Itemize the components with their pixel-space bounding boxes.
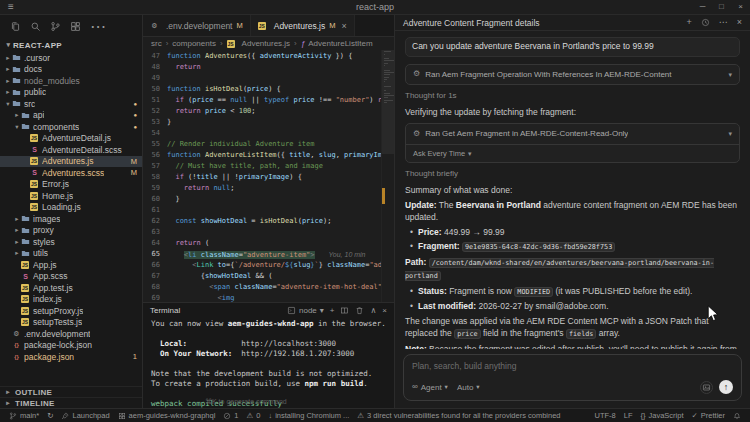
chat-history-button[interactable] — [701, 18, 710, 27]
status-0[interactable]: ⚠0 — [243, 411, 265, 420]
terminal-tab[interactable]: Terminal — [150, 306, 180, 315]
minimize-button[interactable]: ─ — [693, 3, 712, 11]
code-editor[interactable]: 47function Adventures({ adventureActivit… — [143, 50, 381, 302]
tree-item-error-js[interactable]: JSError.js — [0, 179, 142, 191]
breadcrumb-separator-icon: › — [166, 39, 169, 48]
chevron-right-icon: ▸ — [4, 399, 12, 407]
status-launchpad[interactable]: Launchpad — [57, 411, 113, 420]
extensions-icon[interactable] — [70, 21, 81, 32]
code-text: function AdventureListItem({ title, slug… — [167, 150, 381, 161]
maximize-panel-button[interactable]: ∧ — [370, 307, 376, 315]
thought-label[interactable]: Thought briefly — [405, 168, 740, 180]
breadcrumb: src›components›JSAdventures.js›ƒAdventur… — [143, 37, 394, 50]
close-button[interactable]: × — [731, 3, 750, 11]
assistant-paragraph: Path: /content/dam/wknd-shared/en/advent… — [405, 257, 740, 282]
chat-input-field[interactable]: Plan, search, build anything — [412, 361, 733, 371]
tree-item-styles[interactable]: ▸styles — [0, 236, 142, 248]
tree-item-proxy[interactable]: ▸proxy — [0, 225, 142, 237]
tool-call-row[interactable]: ⚙Ran Get Aem Fragment in AEM-RDE-Content… — [406, 124, 739, 144]
search-icon[interactable] — [30, 21, 41, 32]
code-line-50: 50function isHotDeal(price) { — [143, 84, 381, 95]
status-bell-icon[interactable] — [729, 412, 745, 420]
tree-item-docs[interactable]: ▸docs — [0, 64, 142, 76]
tree-item-adventures-scss[interactable]: SAdventures.scssM — [0, 167, 142, 179]
agent-mode-picker[interactable]: ∞ Agent ▾ — [412, 383, 448, 392]
tree-item-package-json[interactable]: {}package.json1 — [0, 351, 142, 363]
status-javascript[interactable]: {}JavaScript — [636, 411, 687, 420]
status-3-direct-vulnerabilities-found-for-all-the-providers-combined[interactable]: ⚠3 direct vulnerabilities found for all … — [353, 411, 564, 420]
grid-icon — [118, 412, 126, 420]
tree-item-adventures-js[interactable]: JSAdventures.jsM — [0, 156, 142, 168]
tree-item-public[interactable]: ▸public — [0, 87, 142, 99]
tree-item-home-js[interactable]: JSHome.js — [0, 190, 142, 202]
ellipsis-icon[interactable]: ⋯ — [90, 19, 106, 35]
breadcrumb-adventures-js[interactable]: JSAdventures.js — [227, 39, 290, 48]
minimap[interactable] — [381, 50, 394, 302]
tool-permission-dropdown[interactable]: Ask Every Time▾ — [406, 144, 739, 163]
tree-item-api[interactable]: ▸api● — [0, 110, 142, 122]
tab-env-development[interactable]: ⚙.env.developmentM — [143, 15, 251, 36]
tree-item-adventuredetail-js[interactable]: JSAdventureDetail.js — [0, 133, 142, 145]
tree-item-loading-js[interactable]: JSLoading.js — [0, 202, 142, 214]
tree-item-setuptests-js[interactable]: JSsetupTests.js — [0, 317, 142, 329]
close-chat-button[interactable]: × — [737, 18, 742, 27]
status-utf-8[interactable]: UTF-8 — [590, 411, 619, 420]
breadcrumb-adventurelistitem[interactable]: ƒAdventureListItem — [301, 39, 373, 48]
status-prettier[interactable]: ✓Prettier — [688, 411, 729, 420]
breadcrumb-components[interactable]: components — [172, 39, 216, 48]
tree-item-app-scss[interactable]: SApp.scss — [0, 271, 142, 283]
minimap-slider[interactable] — [382, 50, 394, 154]
status-1[interactable]: 1 — [219, 411, 242, 420]
new-terminal-button[interactable]: + — [330, 307, 335, 315]
tree-item-components[interactable]: ▾components● — [0, 121, 142, 133]
tree-item-src[interactable]: ▾src● — [0, 98, 142, 110]
status-sync-icon[interactable]: ↻ — [43, 412, 57, 420]
tree-item-utils[interactable]: ▸utils — [0, 248, 142, 260]
menu-icon[interactable]: ≡ — [0, 2, 22, 12]
tree-item-app-test-js[interactable]: JSApp.test.js — [0, 282, 142, 294]
send-button[interactable]: ↑ — [719, 380, 733, 394]
close-panel-button[interactable]: × — [382, 307, 387, 315]
thought-label[interactable]: Thought for 1s — [405, 90, 740, 102]
tree-item-setupproxy-js[interactable]: JSsetupProxy.js — [0, 305, 142, 317]
tab-adventures-js[interactable]: JSAdventures.jsM× — [251, 15, 355, 36]
tree-item-cursor[interactable]: ▸.cursor — [0, 52, 142, 64]
timeline-section[interactable]: ▸ TIMELINE — [0, 397, 142, 408]
status-label: aem-guides-wknd-graphql — [129, 411, 216, 420]
maximize-button[interactable]: □ — [712, 3, 731, 11]
status-label: 3 direct vulnerabilities found for all t… — [367, 411, 560, 420]
tree-item-index-js[interactable]: JSindex.js — [0, 294, 142, 306]
status-main[interactable]: main* — [5, 411, 43, 420]
tree-item-adventuredetail-scss[interactable]: SAdventureDetail.scss — [0, 144, 142, 156]
chat-more-button[interactable]: ⋯ — [719, 18, 728, 27]
tree-item-images[interactable]: ▸images — [0, 213, 142, 225]
outline-section[interactable]: ▸ OUTLINE — [0, 386, 142, 397]
file-label: api — [33, 110, 44, 120]
close-tab-icon[interactable]: × — [341, 21, 346, 31]
js-file-icon: JS — [30, 203, 38, 211]
tree-item-package-lock-json[interactable]: {}package-lock.json — [0, 340, 142, 352]
model-picker[interactable]: Auto ▾ — [457, 383, 480, 392]
breadcrumb-src[interactable]: src — [151, 39, 162, 48]
tree-item-app-js[interactable]: JSApp.js — [0, 259, 142, 271]
status-installing-chromium[interactable]: ↓installing Chromium ... — [264, 411, 353, 420]
attach-image-button[interactable] — [700, 381, 713, 394]
terminal-shell-picker[interactable]: node ▾ — [287, 306, 324, 315]
line-number: 59 — [143, 183, 167, 194]
status-aem-guides-wknd-graphql[interactable]: aem-guides-wknd-graphql — [114, 411, 220, 420]
tree-item-node-modules[interactable]: ▸node_modules — [0, 75, 142, 87]
new-chat-button[interactable]: + — [686, 18, 691, 27]
status-lf[interactable]: LF — [620, 411, 637, 420]
kill-terminal-button[interactable] — [355, 306, 364, 315]
source-control-icon[interactable] — [50, 21, 61, 32]
tree-item-env-development[interactable]: ⚙.env.development — [0, 328, 142, 340]
terminal-output[interactable]: You can now view aem-guides-wknd-app in … — [143, 318, 394, 408]
split-terminal-button[interactable] — [340, 306, 349, 315]
chat-input-box[interactable]: Plan, search, build anything ∞ Agent ▾ A… — [403, 354, 742, 401]
files-icon[interactable] — [10, 21, 21, 32]
tool-call[interactable]: ⚙Ran Get Aem Fragment in AEM-RDE-Content… — [405, 123, 740, 163]
tool-call-row[interactable]: ⚙Ran Aem Fragment Operation With Referen… — [406, 65, 739, 85]
modified-dot-icon: ● — [133, 112, 137, 118]
tool-call[interactable]: ⚙Ran Aem Fragment Operation With Referen… — [405, 64, 740, 86]
explorer-root-header[interactable]: ▾ REACT-APP — [0, 38, 142, 52]
